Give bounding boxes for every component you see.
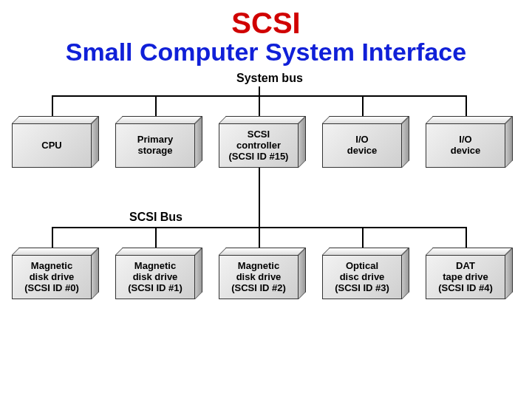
title-block: SCSI Small Computer System Interface (0, 0, 532, 66)
box-label: I/O device (347, 134, 377, 157)
box-cpu: CPU (12, 116, 99, 168)
diagram: System bus CPU Primary storage SCSI cont… (0, 72, 532, 382)
system-bus-drop (466, 95, 467, 116)
system-bus-label: System bus (236, 72, 303, 85)
scsi-bus-drop (362, 227, 364, 248)
box-label: Magnetic disk drive (SCSI ID #0) (24, 261, 79, 294)
box-io-device-1: I/O device (322, 116, 409, 168)
controller-to-scsi-bus (259, 168, 260, 227)
title-full: Small Computer System Interface (0, 38, 532, 66)
box-scsi-controller: SCSI controller (SCSI ID #15) (219, 116, 306, 168)
system-bus-drop (155, 95, 157, 116)
scsi-bus-drop (52, 227, 53, 248)
system-bus-drop (259, 95, 260, 116)
box-mag-disk-1: Magnetic disk drive (SCSI ID #1) (115, 248, 202, 299)
box-label: Magnetic disk drive (SCSI ID #1) (128, 261, 183, 294)
box-label: Primary storage (137, 134, 173, 157)
box-mag-disk-0: Magnetic disk drive (SCSI ID #0) (12, 248, 99, 299)
scsi-bus-drop (259, 227, 260, 248)
box-dat-tape: DAT tape drive (SCSI ID #4) (426, 248, 513, 299)
box-primary-storage: Primary storage (115, 116, 202, 168)
box-label: Optical disc drive (SCSI ID #3) (335, 261, 389, 294)
box-label: CPU (41, 140, 61, 151)
box-label: DAT tape drive (SCSI ID #4) (438, 261, 493, 294)
system-bus-drop (52, 95, 53, 116)
scsi-bus-drop (466, 227, 467, 248)
box-label: I/O device (451, 134, 480, 157)
box-io-device-2: I/O device (426, 116, 513, 168)
system-bus-drop (362, 95, 364, 116)
box-label: Magnetic disk drive (SCSI ID #2) (231, 261, 286, 294)
box-mag-disk-2: Magnetic disk drive (SCSI ID #2) (219, 248, 306, 299)
title-acronym: SCSI (0, 7, 532, 38)
scsi-bus-drop (155, 227, 157, 248)
system-bus-stub (259, 86, 260, 95)
box-label: SCSI controller (SCSI ID #15) (229, 129, 289, 163)
scsi-bus-label: SCSI Bus (129, 211, 183, 224)
box-optical-disc: Optical disc drive (SCSI ID #3) (322, 248, 409, 299)
